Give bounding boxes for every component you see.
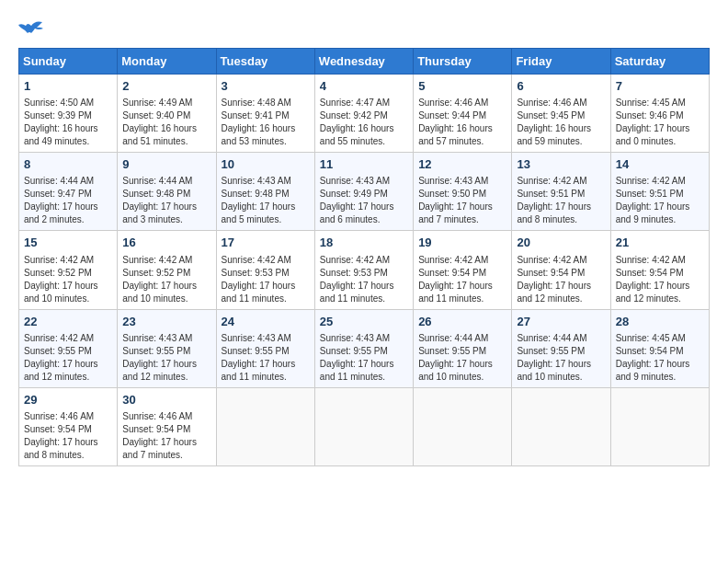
sunrise-info: Sunrise: 4:44 AM <box>122 176 192 186</box>
sunrise-info: Sunrise: 4:45 AM <box>616 98 686 108</box>
sunset-info: Sunset: 9:51 PM <box>517 189 585 199</box>
daylight-info: Daylight: 17 hours and 7 minutes. <box>122 437 197 460</box>
day-number: 24 <box>222 314 310 330</box>
day-number: 1 <box>24 78 112 95</box>
sunrise-info: Sunrise: 4:43 AM <box>222 176 291 186</box>
daylight-info: Daylight: 17 hours and 9 minutes. <box>616 201 690 224</box>
daylight-info: Daylight: 17 hours and 0 minutes. <box>616 123 690 146</box>
daylight-info: Daylight: 17 hours and 12 minutes. <box>616 281 690 304</box>
day-number: 13 <box>517 156 605 173</box>
calendar-day-cell: 25 Sunrise: 4:43 AM Sunset: 9:55 PM Dayl… <box>314 309 413 387</box>
sunrise-info: Sunrise: 4:42 AM <box>24 255 94 265</box>
calendar-day-cell: 20 Sunrise: 4:42 AM Sunset: 9:54 PM Dayl… <box>512 231 610 309</box>
daylight-info: Daylight: 17 hours and 8 minutes. <box>24 437 98 460</box>
sunset-info: Sunset: 9:50 PM <box>418 189 486 199</box>
daylight-info: Daylight: 17 hours and 12 minutes. <box>122 359 197 382</box>
calendar-day-cell: 15 Sunrise: 4:42 AM Sunset: 9:52 PM Dayl… <box>19 231 118 309</box>
sunrise-info: Sunrise: 4:43 AM <box>222 333 291 343</box>
day-number: 9 <box>122 156 210 173</box>
daylight-info: Daylight: 17 hours and 6 minutes. <box>320 201 394 224</box>
calendar-header-row: SundayMondayTuesdayWednesdayThursdayFrid… <box>19 49 710 75</box>
sunset-info: Sunset: 9:40 PM <box>122 110 190 121</box>
daylight-info: Daylight: 16 hours and 51 minutes. <box>122 123 197 146</box>
sunrise-info: Sunrise: 4:42 AM <box>24 333 94 343</box>
sunrise-info: Sunrise: 4:46 AM <box>122 411 192 421</box>
sunrise-info: Sunrise: 4:42 AM <box>320 255 390 265</box>
sunrise-info: Sunrise: 4:43 AM <box>320 176 390 186</box>
weekday-header: Tuesday <box>216 49 314 75</box>
sunset-info: Sunset: 9:54 PM <box>616 268 684 278</box>
calendar-day-cell: 1 Sunrise: 4:50 AM Sunset: 9:39 PM Dayli… <box>19 75 118 153</box>
sunset-info: Sunset: 9:42 PM <box>320 110 388 121</box>
sunset-info: Sunset: 9:55 PM <box>222 346 290 356</box>
day-number: 15 <box>24 235 112 251</box>
sunset-info: Sunset: 9:55 PM <box>418 346 486 356</box>
day-number: 27 <box>517 314 605 330</box>
calendar-day-cell: 6 Sunrise: 4:46 AM Sunset: 9:45 PM Dayli… <box>512 75 610 153</box>
calendar-day-cell: 17 Sunrise: 4:42 AM Sunset: 9:53 PM Dayl… <box>216 231 314 309</box>
weekday-header: Thursday <box>414 49 512 75</box>
daylight-info: Daylight: 17 hours and 11 minutes. <box>418 281 493 304</box>
sunset-info: Sunset: 9:41 PM <box>222 110 290 121</box>
day-number: 22 <box>24 314 112 330</box>
calendar-day-cell: 9 Sunrise: 4:44 AM Sunset: 9:48 PM Dayli… <box>118 153 216 231</box>
day-number: 23 <box>122 314 210 330</box>
weekday-header: Sunday <box>19 49 118 75</box>
sunset-info: Sunset: 9:54 PM <box>616 346 684 356</box>
day-number: 3 <box>222 78 310 95</box>
logo <box>18 18 44 39</box>
day-number: 19 <box>418 235 506 251</box>
calendar-day-cell: 11 Sunrise: 4:43 AM Sunset: 9:49 PM Dayl… <box>314 153 413 231</box>
day-number: 17 <box>222 235 310 251</box>
calendar-week-row: 15 Sunrise: 4:42 AM Sunset: 9:52 PM Dayl… <box>19 231 710 309</box>
sunset-info: Sunset: 9:52 PM <box>122 268 190 278</box>
calendar-day-cell: 26 Sunrise: 4:44 AM Sunset: 9:55 PM Dayl… <box>414 309 512 387</box>
daylight-info: Daylight: 17 hours and 10 minutes. <box>122 281 197 304</box>
day-number: 29 <box>24 392 112 408</box>
calendar-day-cell: 21 Sunrise: 4:42 AM Sunset: 9:54 PM Dayl… <box>610 231 709 309</box>
sunset-info: Sunset: 9:47 PM <box>24 189 92 199</box>
daylight-info: Daylight: 17 hours and 11 minutes. <box>320 281 394 304</box>
sunset-info: Sunset: 9:54 PM <box>122 424 190 434</box>
calendar-week-row: 8 Sunrise: 4:44 AM Sunset: 9:47 PM Dayli… <box>19 153 710 231</box>
page-header <box>18 18 710 39</box>
sunrise-info: Sunrise: 4:42 AM <box>122 255 192 265</box>
empty-cell <box>610 387 709 465</box>
calendar-day-cell: 12 Sunrise: 4:43 AM Sunset: 9:50 PM Dayl… <box>414 153 512 231</box>
calendar-day-cell: 16 Sunrise: 4:42 AM Sunset: 9:52 PM Dayl… <box>118 231 216 309</box>
sunrise-info: Sunrise: 4:42 AM <box>517 255 586 265</box>
daylight-info: Daylight: 17 hours and 9 minutes. <box>616 359 690 382</box>
weekday-header: Saturday <box>610 49 709 75</box>
sunset-info: Sunset: 9:49 PM <box>320 189 388 199</box>
day-number: 14 <box>616 156 704 173</box>
sunset-info: Sunset: 9:55 PM <box>122 346 190 356</box>
day-number: 25 <box>320 314 408 330</box>
sunrise-info: Sunrise: 4:49 AM <box>122 98 192 108</box>
sunrise-info: Sunrise: 4:46 AM <box>418 98 488 108</box>
calendar-table: SundayMondayTuesdayWednesdayThursdayFrid… <box>18 48 710 466</box>
day-number: 4 <box>320 78 408 95</box>
sunrise-info: Sunrise: 4:45 AM <box>616 333 686 343</box>
sunrise-info: Sunrise: 4:43 AM <box>320 333 390 343</box>
weekday-header: Monday <box>118 49 216 75</box>
daylight-info: Daylight: 17 hours and 12 minutes. <box>517 281 591 304</box>
calendar-day-cell: 29 Sunrise: 4:46 AM Sunset: 9:54 PM Dayl… <box>19 387 118 465</box>
day-number: 28 <box>616 314 704 330</box>
daylight-info: Daylight: 17 hours and 10 minutes. <box>517 359 591 382</box>
sunset-info: Sunset: 9:45 PM <box>517 110 585 121</box>
daylight-info: Daylight: 17 hours and 5 minutes. <box>222 201 296 224</box>
day-number: 11 <box>320 156 408 173</box>
sunrise-info: Sunrise: 4:48 AM <box>222 98 291 108</box>
sunrise-info: Sunrise: 4:43 AM <box>122 333 192 343</box>
sunrise-info: Sunrise: 4:46 AM <box>517 98 586 108</box>
daylight-info: Daylight: 17 hours and 2 minutes. <box>24 201 98 224</box>
day-number: 21 <box>616 235 704 251</box>
sunset-info: Sunset: 9:48 PM <box>222 189 290 199</box>
day-number: 16 <box>122 235 210 251</box>
daylight-info: Daylight: 17 hours and 7 minutes. <box>418 201 493 224</box>
sunset-info: Sunset: 9:51 PM <box>616 189 684 199</box>
sunset-info: Sunset: 9:39 PM <box>24 110 92 121</box>
daylight-info: Daylight: 17 hours and 3 minutes. <box>122 201 197 224</box>
daylight-info: Daylight: 17 hours and 11 minutes. <box>222 281 296 304</box>
empty-cell <box>216 387 314 465</box>
